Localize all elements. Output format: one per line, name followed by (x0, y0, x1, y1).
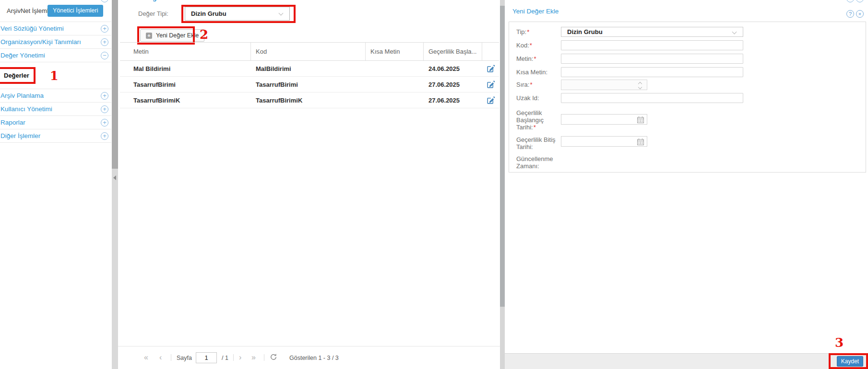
sidebar-item-degerler[interactable]: Değerler 1 (0, 62, 111, 89)
field-control (561, 67, 743, 77)
cell-metin: TasarrufBirimi (120, 77, 251, 92)
field-label: Kısa Metin: (516, 69, 564, 76)
shown-records-label: Gösterilen 1 - 3 / 3 (289, 355, 339, 361)
deger-tipi-value: Dizin Grubu (191, 10, 226, 17)
plus-circle-icon[interactable]: + (101, 38, 108, 46)
table-row[interactable]: TasarrufBirimiK TasarrufBirimiK 27.06.20… (120, 92, 499, 108)
plus-circle-icon[interactable]: + (101, 119, 108, 127)
clipped-circle-icon (101, 0, 108, 2)
panel-scrollbar-thumb[interactable] (500, 6, 505, 307)
plus-circle-icon[interactable]: + (101, 105, 108, 113)
help-icon[interactable]: ? (846, 10, 854, 18)
clipped-help-icon (846, 0, 854, 2)
close-icon[interactable]: × (856, 10, 864, 18)
sidebar-item-deger-yonetimi[interactable]: Değer Yönetimi − (0, 49, 111, 62)
deger-tipi-select[interactable]: Dizin Grubu (185, 7, 290, 21)
sidebar-scrollbar-thumb[interactable] (112, 0, 118, 169)
divider (264, 354, 264, 361)
divider (171, 354, 171, 361)
sidebar: ArşivNet İşlemleri Yönetici İşlemleri Ve… (0, 0, 111, 369)
field-control (561, 114, 647, 125)
last-page-icon[interactable]: » (251, 353, 256, 362)
divider (233, 354, 234, 361)
calendar-icon[interactable] (637, 138, 644, 147)
sidebar-item-label: Değer Yönetimi (0, 52, 45, 59)
required-marker: * (530, 81, 532, 88)
page-number-input[interactable] (196, 352, 217, 363)
kaydet-button[interactable]: Kaydet (837, 356, 863, 367)
table-row[interactable]: TasarrufBirimi TasarrufBirimi 27.06.2025 (120, 77, 499, 92)
edit-row-icon[interactable] (486, 80, 495, 89)
field-control (561, 93, 743, 103)
sidebar-item-raporlar[interactable]: Raporlar + (0, 116, 111, 129)
cell-metin: TasarrufBirimiK (120, 92, 251, 108)
calendar-icon[interactable] (637, 116, 644, 125)
chevron-down-icon (279, 11, 284, 16)
sidebar-item-label: Arşiv Planlama (0, 92, 44, 99)
next-page-icon[interactable]: › (239, 353, 241, 362)
cell-kisa-metin (366, 61, 424, 76)
column-header-gec[interactable]: Geçerlilik Başla... (424, 43, 482, 60)
table-row[interactable]: Mal Bildirimi MalBildirimi 24.06.2025 (120, 61, 499, 77)
edit-row-icon[interactable] (486, 96, 495, 105)
sidebar-item-label: Kullanıcı Yönetimi (0, 105, 52, 113)
plus-icon: + (146, 33, 152, 39)
plus-circle-icon[interactable]: + (101, 132, 108, 140)
table-header: MetinKodKısa MetinGeçerlilik Başla... (120, 42, 499, 61)
prev-page-icon[interactable]: ‹ (159, 353, 162, 362)
field-label: Güncellenme Zamanı: (516, 155, 564, 170)
sidebar-item-kullanici-yonetimi[interactable]: Kullanıcı Yönetimi + (0, 103, 111, 116)
first-page-icon[interactable]: « (144, 353, 148, 362)
cell-kod: MalBildirimi (251, 61, 366, 76)
page-total-label: / 1 (222, 355, 228, 361)
sidebar-item-arsiv-planlama[interactable]: Arşiv Planlama + (0, 89, 111, 103)
field-label: Geçerlilik Başlangıç Tarihi:* (516, 109, 564, 131)
metin-input[interactable] (561, 54, 743, 64)
sidebar-splitter[interactable] (112, 0, 118, 369)
sidebar-item-diger-islemler[interactable]: Diğer İşlemler + (0, 129, 111, 143)
annotation-number-2: 2 (200, 27, 208, 42)
plus-circle-icon[interactable]: + (101, 25, 108, 33)
edit-row-icon[interactable] (486, 64, 495, 73)
minus-circle-icon[interactable]: − (101, 52, 108, 59)
field-label: Tip:* (516, 28, 564, 35)
spinner-down-icon[interactable] (638, 85, 642, 89)
yeni-deger-ekle-button[interactable]: + Yeni Değer Ekle (140, 29, 204, 42)
column-header-kisa[interactable]: Kısa Metin (366, 43, 424, 60)
field-label: Kod:* (516, 42, 564, 49)
tab-yonetici-islemleri[interactable]: Yönetici İşlemleri (48, 5, 103, 17)
gecerlilik-baslangic-tarihi-date-input[interactable] (561, 114, 647, 125)
kod-input[interactable] (561, 40, 743, 50)
pagination-bar: « ‹ Sayfa / 1 › » Gösterilen 1 - 3 / 3 (118, 346, 500, 369)
plus-circle-icon[interactable]: + (101, 92, 108, 100)
column-header-kod[interactable]: Kod (251, 43, 366, 60)
column-header-metin[interactable]: Metin (120, 43, 251, 60)
column-header-actions (482, 43, 499, 60)
values-table: MetinKodKısa MetinGeçerlilik Başla... Ma… (120, 42, 499, 108)
collapse-left-icon[interactable] (113, 175, 116, 180)
sayfa-label: Sayfa (177, 355, 192, 361)
tip-select[interactable]: Dizin Grubu (561, 27, 743, 37)
values-list-panel: Değerler Değer Tipi: Dizin Grubu + Yeni … (118, 0, 500, 369)
panel-title: Yeni Değer Ekle (512, 8, 559, 15)
panel-footer (505, 353, 868, 369)
sira-spinner[interactable] (561, 80, 647, 90)
required-marker: * (527, 28, 529, 35)
kisa-metin-input[interactable] (561, 67, 743, 77)
annotation-number-1: 1 (50, 69, 59, 82)
sidebar-item-organizasyon-kisi-tanimlari[interactable]: Organizasyon/Kişi Tanımları + (0, 35, 111, 49)
sidebar-item-label: Organizasyon/Kişi Tanımları (0, 38, 81, 46)
uzak-id-input[interactable] (561, 93, 743, 103)
cell-kod: TasarrufBirimi (251, 77, 366, 92)
sidebar-item-label: Raporlar (0, 119, 25, 126)
clipped-page-title: Değerler (144, 0, 171, 2)
add-button-label: Yeni Değer Ekle (156, 32, 199, 39)
refresh-icon[interactable] (270, 353, 277, 362)
required-marker: * (530, 42, 532, 49)
field-control (561, 40, 743, 50)
sidebar-item-label: Diğer İşlemler (0, 132, 40, 139)
gecerlilik-bitis-tarihi-date-input[interactable] (561, 136, 647, 147)
table-body: Mal Bildirimi MalBildirimi 24.06.2025 Ta… (120, 61, 499, 108)
sidebar-item-veri-sozlugu-yonetimi[interactable]: Veri Sözlüğü Yönetimi + (0, 22, 111, 35)
panel-splitter[interactable] (500, 0, 505, 369)
